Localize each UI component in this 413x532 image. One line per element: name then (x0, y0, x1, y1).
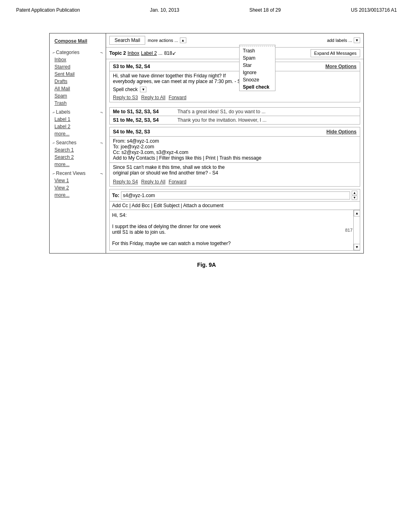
compose-mail-link[interactable]: Compose Mail (50, 37, 106, 47)
sidebar-item-trash[interactable]: Trash (50, 100, 106, 107)
sidebar-item-view1[interactable]: View 1 (50, 177, 106, 184)
message-s3-block: S3 to Me, S2, S4 More Options Hi, shall … (109, 62, 360, 102)
collapsed-sender-me: Me to S1, S2, S3, S4 (113, 109, 177, 114)
sidebar-item-label1[interactable]: Label 1 (50, 116, 106, 123)
reply-to-row: To: ▲ ▼ (110, 189, 360, 202)
collapsed-message-s1[interactable]: S1 to Me, S2, S3, S4 Thank you for the i… (110, 116, 360, 124)
topic-label2-link[interactable]: Label 2 (141, 50, 156, 56)
add-labels-down-arrow[interactable]: ▼ (354, 37, 360, 43)
forward-link-s3[interactable]: Forward (169, 95, 186, 100)
reply-textarea[interactable]: Hi, S4: I supprt the idea of delying the… (110, 210, 353, 250)
reply-number: 817 (345, 228, 353, 233)
sidebar-item-labels-more[interactable]: more... (50, 130, 106, 137)
topic-label: Topic 2 (109, 50, 126, 56)
reply-to-scroll-up[interactable]: ▲ (352, 191, 357, 195)
patent-header: Patent Application Publication Jan. 10, … (0, 0, 413, 17)
collapsed-preview-me: That's a great idea! S1, do you want to … (177, 109, 265, 114)
more-actions-up-arrow[interactable]: ▲ (180, 37, 186, 43)
hide-options-link[interactable]: Hide Options (326, 129, 357, 135)
labels-section-label: Labels (50, 107, 106, 116)
message-s3-body-line2: everybody agrees, we can meet at my plac… (113, 79, 357, 84)
s4-actions: Add to My Contacts | Filter things like … (113, 155, 357, 161)
sidebar-item-starred[interactable]: Starred (50, 63, 106, 71)
sidebar-item-search2[interactable]: Search 2 (50, 154, 106, 161)
more-options-link[interactable]: More Options (325, 64, 357, 69)
message-s3-body: Hi, shall we have dinner together this F… (110, 71, 360, 86)
reply-actions-row: Add Cc | Add Bcc | Edit Subject | Attach… (110, 202, 360, 210)
spell-check-dropdown[interactable]: ▼ (140, 87, 146, 92)
reply-scroll-buttons: ▲ ▼ (352, 191, 357, 200)
sidebar-item-sent-mail[interactable]: Sent Mail (50, 71, 106, 78)
s4-body-line2: original plan or should we find another … (113, 170, 357, 176)
add-labels-area: add labels ... ▼ (327, 37, 360, 43)
patent-number: US 2013/0013716 A1 (351, 7, 397, 13)
searches-section-label: Searches (50, 137, 106, 146)
dropdown-snooze[interactable]: Snooze (240, 76, 275, 83)
reply-compose-area: To: ▲ ▼ Add Cc | Add Bcc | Edit Subject … (109, 189, 360, 251)
message-s3-body-line1: Hi, shall we have dinner together this F… (113, 73, 357, 79)
more-actions-area: more actions ... ▲ Trash Spam Star Ignor… (148, 37, 324, 43)
sidebar-item-all-mail[interactable]: All Mail (50, 85, 106, 92)
main-panel: Search Mail more actions ... ▲ Trash Spa… (106, 33, 363, 253)
topic-inbox-link[interactable]: Inbox (127, 50, 139, 56)
message-s3-footer: Reply to S3 Reply to All Forward (110, 93, 360, 102)
reply-actions-text: Add Cc | Add Bcc | Edit Subject | Attach… (112, 203, 223, 208)
expand-all-button[interactable]: Expand All Messages (311, 49, 360, 57)
s4-body-line1: Since S1 can't make it this time, shall … (113, 164, 357, 170)
add-labels-text: add labels ... (327, 38, 352, 43)
message-s4-details: From: s4@xyz-1.com To: joe@xyz-2.com Cc:… (110, 136, 360, 162)
message-s3-sender: S3 to Me, S2, S4 (113, 64, 150, 69)
collapsed-preview-s1: Thank you for the invitation. However, I… (177, 117, 267, 123)
figure-caption: Fig. 9A (197, 262, 216, 268)
spell-check-row: Spell check ▼ (110, 86, 360, 93)
sidebar-item-searches-more[interactable]: more... (50, 161, 106, 168)
message-s4-footer: Reply to S4 Reply to All Forward (110, 177, 360, 186)
reply-body-area: Hi, S4: I supprt the idea of delying the… (110, 210, 360, 250)
more-actions-top: more actions ... ▲ (148, 37, 324, 43)
dropdown-spam[interactable]: Spam (240, 54, 275, 62)
reply-to-scroll-down[interactable]: ▼ (352, 195, 357, 200)
more-actions-dropdown: Trash Spam Star Ignore Snooze Spell chec… (239, 45, 275, 91)
collapsed-message-me[interactable]: Me to S1, S2, S3, S4 That's a great idea… (110, 108, 360, 116)
main-content: Compose Mail Categories Inbox Starred Se… (0, 17, 413, 284)
topic-row: Topic 2 Inbox Label 2 ... 818↙ Expand Al… (106, 48, 363, 59)
collapsed-messages-block: Me to S1, S2, S3, S4 That's a great idea… (109, 107, 360, 125)
reply-to-s3-link[interactable]: Reply to S3 (113, 95, 138, 100)
reply-to-label: To: (112, 193, 119, 198)
dropdown-star[interactable]: Star (240, 62, 275, 69)
categories-section-label: Categories (50, 47, 106, 56)
reply-body-scroll-down[interactable]: ▼ (354, 244, 360, 250)
reply-body-scroll-up[interactable]: ▲ (354, 210, 360, 216)
dropdown-trash[interactable]: Trash (240, 47, 275, 54)
message-s4-body: Since S1 can't make it this time, shall … (110, 162, 360, 177)
sidebar-item-view2[interactable]: View 2 (50, 184, 106, 191)
search-mail-button[interactable]: Search Mail (109, 36, 145, 45)
ui-diagram: Compose Mail Categories Inbox Starred Se… (49, 33, 364, 254)
topic-ellipsis[interactable]: ... (159, 50, 163, 56)
message-s4-sender: S4 to Me, S2, S3 (113, 129, 150, 135)
dropdown-spell-check[interactable]: Spell check (240, 83, 275, 91)
recent-views-section-label: Recent Views (50, 168, 106, 177)
sidebar-item-search1[interactable]: Search 1 (50, 146, 106, 154)
patent-sheet: Sheet 18 of 29 (249, 7, 281, 13)
sidebar-item-label2[interactable]: Label 2 (50, 123, 106, 130)
collapsed-sender-s1: S1 to Me, S2, S3, S4 (113, 117, 177, 123)
dropdown-ignore[interactable]: Ignore (240, 69, 275, 76)
reply-to-s4-link[interactable]: Reply to S4 (113, 179, 138, 185)
topic-count: 818↙ (164, 50, 176, 56)
s4-cc: Cc: s2@xyz-3.com, s3@xyz-4.com (113, 150, 357, 155)
sidebar-item-inbox[interactable]: Inbox (50, 56, 106, 63)
forward-link-s4[interactable]: Forward (169, 179, 186, 185)
more-actions-label: more actions ... (148, 38, 178, 43)
sidebar: Compose Mail Categories Inbox Starred Se… (50, 33, 106, 253)
s4-to: To: joe@xyz-2.com (113, 144, 357, 150)
patent-left-text: Patent Application Publication (16, 7, 80, 13)
spell-check-label: Spell check (113, 87, 138, 92)
message-s4-header: S4 to Me, S2, S3 Hide Options (110, 127, 360, 136)
sidebar-item-drafts[interactable]: Drafts (50, 78, 106, 85)
reply-to-input[interactable] (121, 191, 350, 200)
reply-to-all-link-s3[interactable]: Reply to All (141, 95, 165, 100)
sidebar-item-recent-more[interactable]: more... (50, 191, 106, 199)
reply-to-all-link-s4[interactable]: Reply to All (141, 179, 165, 185)
sidebar-item-spam[interactable]: Spam (50, 92, 106, 100)
